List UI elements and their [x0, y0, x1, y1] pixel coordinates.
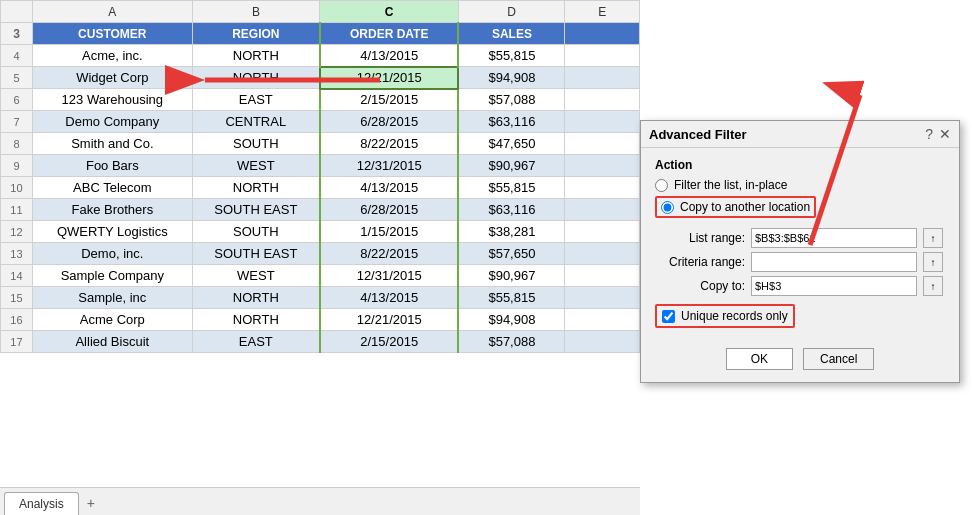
row-num-14: 14 [1, 265, 33, 287]
cell-sales-6[interactable]: $57,088 [458, 89, 565, 111]
header-region: REGION [192, 23, 320, 45]
cell-date-7[interactable]: 6/28/2015 [320, 111, 458, 133]
row-num-3: 3 [1, 23, 33, 45]
sheet-tab-analysis[interactable]: Analysis [4, 492, 79, 515]
cell-customer-12[interactable]: QWERTY Logistics [32, 221, 192, 243]
cell-sales-14[interactable]: $90,967 [458, 265, 565, 287]
dialog-close-button[interactable]: ✕ [939, 126, 951, 142]
row-num-7: 7 [1, 111, 33, 133]
unique-records-checkbox[interactable] [662, 310, 675, 323]
col-header-A[interactable]: A [32, 1, 192, 23]
cell-date-9[interactable]: 12/31/2015 [320, 155, 458, 177]
copy-to-input[interactable] [751, 276, 917, 296]
cell-region-7[interactable]: CENTRAL [192, 111, 320, 133]
cell-sales-7[interactable]: $63,116 [458, 111, 565, 133]
criteria-range-input[interactable] [751, 252, 917, 272]
copy-to-picker-btn[interactable]: ↑ [923, 276, 943, 296]
radio-copy-location-input[interactable] [661, 201, 674, 214]
header-empty [565, 23, 640, 45]
cell-date-10[interactable]: 4/13/2015 [320, 177, 458, 199]
cell-sales-12[interactable]: $38,281 [458, 221, 565, 243]
cell-customer-6[interactable]: 123 Warehousing [32, 89, 192, 111]
cell-region-15[interactable]: NORTH [192, 287, 320, 309]
col-header-C[interactable]: C [320, 1, 458, 23]
cell-sales-11[interactable]: $63,116 [458, 199, 565, 221]
cell-date-5[interactable]: 12/21/2015 [320, 67, 458, 89]
cell-date-14[interactable]: 12/31/2015 [320, 265, 458, 287]
ok-button[interactable]: OK [726, 348, 793, 370]
col-header-E[interactable]: E [565, 1, 640, 23]
cancel-button[interactable]: Cancel [803, 348, 874, 370]
cell-region-6[interactable]: EAST [192, 89, 320, 111]
cell-sales-4[interactable]: $55,815 [458, 45, 565, 67]
cell-region-12[interactable]: SOUTH [192, 221, 320, 243]
unique-records-label: Unique records only [681, 309, 788, 323]
cell-sales-5[interactable]: $94,908 [458, 67, 565, 89]
table-row: 16Acme CorpNORTH12/21/2015$94,908 [1, 309, 640, 331]
cell-customer-13[interactable]: Demo, inc. [32, 243, 192, 265]
cell-region-11[interactable]: SOUTH EAST [192, 199, 320, 221]
cell-customer-4[interactable]: Acme, inc. [32, 45, 192, 67]
criteria-range-picker-btn[interactable]: ↑ [923, 252, 943, 272]
cell-customer-8[interactable]: Smith and Co. [32, 133, 192, 155]
cell-date-11[interactable]: 6/28/2015 [320, 199, 458, 221]
cell-date-12[interactable]: 1/15/2015 [320, 221, 458, 243]
cell-customer-10[interactable]: ABC Telecom [32, 177, 192, 199]
dialog-help-button[interactable]: ? [925, 126, 933, 142]
radio-copy-location-box: Copy to another location [655, 196, 816, 218]
list-range-picker-btn[interactable]: ↑ [923, 228, 943, 248]
cell-sales-10[interactable]: $55,815 [458, 177, 565, 199]
cell-date-8[interactable]: 8/22/2015 [320, 133, 458, 155]
cell-customer-17[interactable]: Allied Biscuit [32, 331, 192, 353]
cell-empty-5 [565, 67, 640, 89]
radio-filter-in-place[interactable]: Filter the list, in-place [655, 178, 945, 192]
cell-customer-11[interactable]: Fake Brothers [32, 199, 192, 221]
cell-customer-16[interactable]: Acme Corp [32, 309, 192, 331]
cell-date-15[interactable]: 4/13/2015 [320, 287, 458, 309]
cell-region-9[interactable]: WEST [192, 155, 320, 177]
col-header-D[interactable]: D [458, 1, 565, 23]
cell-region-4[interactable]: NORTH [192, 45, 320, 67]
cell-region-17[interactable]: EAST [192, 331, 320, 353]
cell-empty-10 [565, 177, 640, 199]
table-row: 8Smith and Co.SOUTH8/22/2015$47,650 [1, 133, 640, 155]
cell-region-13[interactable]: SOUTH EAST [192, 243, 320, 265]
cell-region-10[interactable]: NORTH [192, 177, 320, 199]
cell-sales-13[interactable]: $57,650 [458, 243, 565, 265]
cell-customer-7[interactable]: Demo Company [32, 111, 192, 133]
radio-copy-location-label: Copy to another location [680, 200, 810, 214]
cell-empty-16 [565, 309, 640, 331]
cell-customer-5[interactable]: Widget Corp [32, 67, 192, 89]
cell-region-16[interactable]: NORTH [192, 309, 320, 331]
cell-region-14[interactable]: WEST [192, 265, 320, 287]
cell-customer-15[interactable]: Sample, inc [32, 287, 192, 309]
cell-sales-9[interactable]: $90,967 [458, 155, 565, 177]
unique-records-checkbox-row[interactable]: Unique records only [655, 304, 795, 328]
cell-region-5[interactable]: NORTH [192, 67, 320, 89]
cell-empty-13 [565, 243, 640, 265]
cell-customer-14[interactable]: Sample Company [32, 265, 192, 287]
cell-sales-8[interactable]: $47,650 [458, 133, 565, 155]
radio-filter-in-place-input[interactable] [655, 179, 668, 192]
radio-copy-location[interactable]: Copy to another location [655, 196, 945, 218]
cell-sales-15[interactable]: $55,815 [458, 287, 565, 309]
cell-date-6[interactable]: 2/15/2015 [320, 89, 458, 111]
cell-empty-9 [565, 155, 640, 177]
dialog-footer: OK Cancel [655, 348, 945, 370]
cell-sales-16[interactable]: $94,908 [458, 309, 565, 331]
list-range-input[interactable] [751, 228, 917, 248]
cell-date-4[interactable]: 4/13/2015 [320, 45, 458, 67]
cell-date-17[interactable]: 2/15/2015 [320, 331, 458, 353]
cell-region-8[interactable]: SOUTH [192, 133, 320, 155]
add-sheet-button[interactable]: + [79, 491, 103, 515]
cell-customer-9[interactable]: Foo Bars [32, 155, 192, 177]
radio-filter-in-place-label: Filter the list, in-place [674, 178, 787, 192]
cell-empty-14 [565, 265, 640, 287]
row-num-6: 6 [1, 89, 33, 111]
table-row: 14Sample CompanyWEST12/31/2015$90,967 [1, 265, 640, 287]
col-header-B[interactable]: B [192, 1, 320, 23]
cell-date-13[interactable]: 8/22/2015 [320, 243, 458, 265]
cell-date-16[interactable]: 12/21/2015 [320, 309, 458, 331]
cell-sales-17[interactable]: $57,088 [458, 331, 565, 353]
cell-empty-4 [565, 45, 640, 67]
